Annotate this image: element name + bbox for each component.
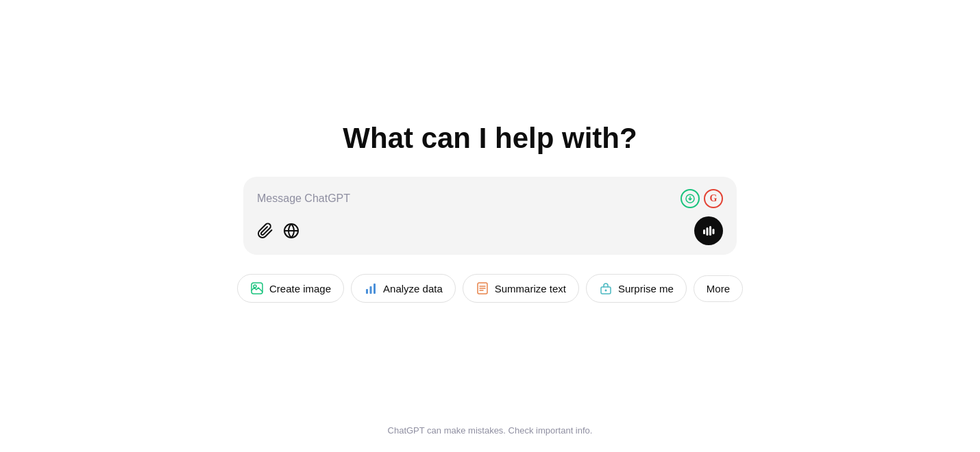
svg-rect-9 <box>370 286 372 294</box>
analyze-data-icon <box>364 281 378 295</box>
input-bottom-left-icons <box>257 223 299 239</box>
svg-rect-8 <box>366 289 368 294</box>
footer-disclaimer: ChatGPT can make mistakes. Check importa… <box>388 425 593 436</box>
input-top-row: Message ChatGPT G <box>257 189 723 208</box>
summarize-text-icon <box>476 281 489 295</box>
input-placeholder[interactable]: Message ChatGPT <box>257 192 681 205</box>
surprise-me-icon <box>599 281 613 295</box>
analyze-data-label: Analyze data <box>383 283 443 294</box>
surprise-me-button[interactable]: Surprise me <box>586 274 687 303</box>
create-image-icon <box>250 281 264 295</box>
main-container: What can I help with? Message ChatGPT G <box>0 122 980 303</box>
attach-button[interactable] <box>257 223 273 239</box>
surprise-me-label: Surprise me <box>618 283 674 294</box>
web-search-button[interactable] <box>283 223 299 239</box>
svg-rect-5 <box>713 229 715 234</box>
more-label: More <box>707 283 730 294</box>
summarize-text-button[interactable]: Summarize text <box>463 274 579 303</box>
page-headline: What can I help with? <box>343 122 637 155</box>
analyze-data-button[interactable]: Analyze data <box>351 274 456 303</box>
svg-rect-3 <box>707 227 709 236</box>
svg-point-16 <box>604 290 607 292</box>
grammarly-g-icon: G <box>704 189 723 208</box>
voice-input-button[interactable] <box>694 216 723 245</box>
suggestion-row: Create image Analyze data <box>237 274 743 303</box>
svg-rect-2 <box>703 229 705 234</box>
svg-rect-4 <box>709 226 711 236</box>
chat-input-box[interactable]: Message ChatGPT G <box>243 177 737 255</box>
summarize-text-label: Summarize text <box>495 283 566 294</box>
create-image-label: Create image <box>269 283 331 294</box>
input-top-icons: G <box>681 189 723 208</box>
grammarly-download-icon <box>681 189 700 208</box>
input-bottom-row <box>257 216 723 245</box>
more-button[interactable]: More <box>694 275 743 302</box>
create-image-button[interactable]: Create image <box>237 274 344 303</box>
svg-rect-10 <box>373 284 376 294</box>
